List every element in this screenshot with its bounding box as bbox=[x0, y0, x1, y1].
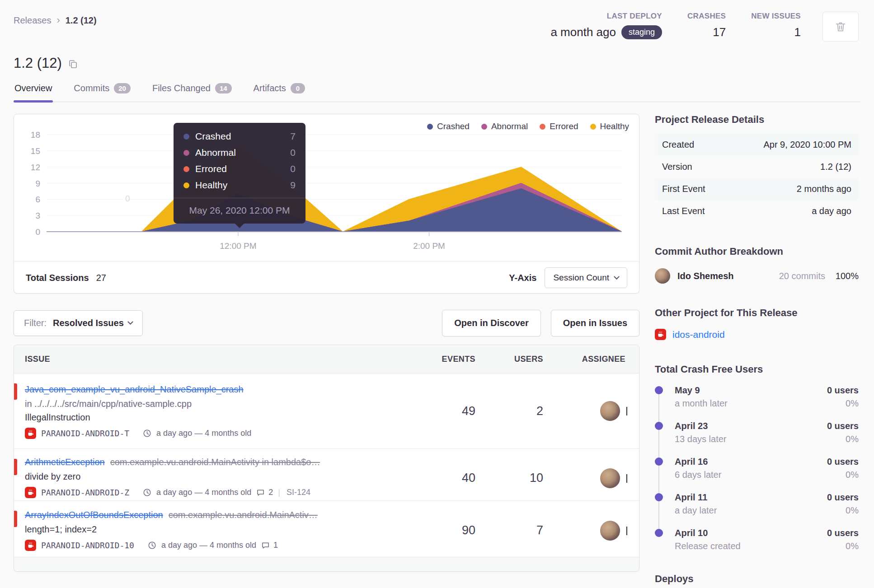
issue-events-count: 40 bbox=[427, 471, 485, 485]
last-deploy-label: LAST DEPLOY bbox=[550, 12, 662, 21]
timeline-dot-icon bbox=[655, 529, 663, 537]
tab-files-changed[interactable]: Files Changed14 bbox=[151, 83, 233, 102]
other-project-row: idos-android bbox=[655, 329, 859, 340]
assignee-avatar[interactable] bbox=[600, 401, 620, 421]
open-in-issues-button[interactable]: Open in Issues bbox=[551, 310, 639, 336]
clock-icon bbox=[148, 541, 156, 550]
author-avatar bbox=[655, 268, 670, 284]
deploys-heading: Deploys bbox=[655, 573, 859, 585]
breadcrumb-releases[interactable]: Releases bbox=[14, 15, 51, 26]
y-axis-select[interactable]: Session Count bbox=[545, 267, 627, 288]
issue-row[interactable]: ArrayIndexOutOfBoundsException com.examp… bbox=[14, 501, 639, 557]
sessions-chart[interactable]: Crashed Abnormal Errored Healthy 0 03691… bbox=[14, 114, 639, 261]
column-issue: ISSUE bbox=[14, 355, 427, 364]
assignee-dropdown[interactable] bbox=[626, 474, 627, 482]
issue-age: a day ago — 4 months old bbox=[156, 429, 251, 438]
release-sidebar: Project Release Details CreatedApr 9, 20… bbox=[655, 114, 859, 585]
clock-icon bbox=[143, 488, 151, 497]
crashes-label: CRASHES bbox=[687, 12, 726, 21]
assignee-avatar[interactable] bbox=[600, 468, 620, 488]
clock-icon bbox=[143, 429, 151, 438]
crashed-dot-icon bbox=[183, 134, 189, 140]
legend-abnormal[interactable]: Abnormal bbox=[481, 121, 528, 131]
issue-title-link[interactable]: ArrayIndexOutOfBoundsException bbox=[25, 510, 163, 520]
issues-table-header: ISSUE EVENTS USERS ASSIGNEE bbox=[14, 345, 639, 373]
author-commit-count: 20 commits bbox=[779, 271, 825, 281]
issues-table: ISSUE EVENTS USERS ASSIGNEE Java_com_exa… bbox=[14, 345, 639, 572]
issue-users-count: 7 bbox=[485, 523, 553, 537]
issue-row[interactable]: ArithmeticException com.example.vu.andro… bbox=[14, 449, 639, 501]
comment-icon bbox=[261, 541, 270, 550]
svg-text:6: 6 bbox=[35, 195, 40, 204]
page-title: 1.2 (12) bbox=[14, 55, 62, 71]
unhandled-indicator bbox=[14, 459, 17, 475]
top-header: Releases › 1.2 (12) LAST DEPLOY a month … bbox=[0, 0, 874, 42]
java-project-icon bbox=[25, 428, 36, 439]
detail-row-first-event: First Event2 months ago bbox=[655, 178, 859, 200]
tooltip-row-crashed: Crashed7 bbox=[174, 128, 305, 145]
new-issues-value: 1 bbox=[751, 25, 801, 39]
total-sessions-value: 27 bbox=[96, 273, 106, 283]
unhandled-indicator bbox=[14, 511, 17, 527]
legend-errored[interactable]: Errored bbox=[540, 121, 578, 131]
tab-artifacts[interactable]: Artifacts0 bbox=[253, 83, 306, 102]
issue-location: in ../../../../src/main/cpp/native-sampl… bbox=[25, 399, 422, 409]
issues-filter-dropdown[interactable]: Filter: Resolved Issues bbox=[14, 310, 143, 336]
svg-text:12:00 PM: 12:00 PM bbox=[220, 241, 256, 251]
issue-title-link[interactable]: Java_com_example_vu_android_NativeSample… bbox=[25, 384, 244, 395]
tooltip-row-abnormal: Abnormal0 bbox=[174, 145, 305, 161]
assignee-avatar[interactable] bbox=[600, 521, 620, 541]
errored-dot-icon bbox=[540, 124, 545, 130]
timeline-dot-icon bbox=[655, 422, 663, 430]
tab-overview[interactable]: Overview bbox=[14, 83, 53, 102]
copy-version-button[interactable] bbox=[68, 57, 78, 69]
timeline-entry: April 10 Release created 0 users0% bbox=[655, 528, 859, 557]
detail-row-last-event: Last Eventa day ago bbox=[655, 200, 859, 222]
issue-message: length=1; index=2 bbox=[25, 524, 422, 535]
delete-release-button[interactable] bbox=[822, 12, 859, 42]
svg-text:0: 0 bbox=[35, 227, 40, 237]
healthy-dot-icon bbox=[183, 182, 189, 188]
sessions-area-chart[interactable]: 036912151812:00 PM2:00 PM bbox=[14, 114, 639, 261]
stat-crashes: CRASHES 17 bbox=[687, 12, 726, 39]
issue-events-count: 90 bbox=[427, 523, 485, 537]
environment-badge[interactable]: staging bbox=[621, 25, 662, 39]
svg-text:18: 18 bbox=[31, 130, 40, 140]
chart-footer: Total Sessions 27 Y-Axis Session Count bbox=[14, 261, 639, 294]
tooltip-date: May 26, 2020 12:00 PM bbox=[174, 198, 305, 224]
svg-text:15: 15 bbox=[31, 146, 40, 156]
issue-short-id: PARANOID-ANDROID-10 bbox=[41, 541, 134, 550]
chevron-down-icon bbox=[127, 319, 133, 325]
sessions-chart-card: Crashed Abnormal Errored Healthy 0 03691… bbox=[14, 114, 639, 294]
crashes-value: 17 bbox=[687, 25, 726, 39]
unhandled-indicator bbox=[14, 383, 17, 400]
legend-healthy[interactable]: Healthy bbox=[590, 121, 629, 131]
column-assignee: ASSIGNEE bbox=[553, 355, 639, 364]
y-axis-label: Y-Axis bbox=[509, 273, 536, 283]
issue-message: divide by zero bbox=[25, 471, 422, 482]
stat-last-deploy: LAST DEPLOY a month ago staging bbox=[550, 12, 662, 39]
chart-tooltip: Crashed7 Abnormal0 Errored0 Healthy9 May… bbox=[174, 123, 305, 224]
issue-culprit: com.example.vu.android.MainActivity in l… bbox=[110, 457, 320, 467]
assignee-dropdown[interactable] bbox=[626, 407, 627, 415]
author-name: Ido Shemesh bbox=[677, 271, 733, 281]
timeline-dot-icon bbox=[655, 386, 663, 394]
issue-title-link[interactable]: ArithmeticException bbox=[25, 457, 105, 467]
timeline-entry: April 11 a day later 0 users0% bbox=[655, 492, 859, 521]
chart-legend: Crashed Abnormal Errored Healthy bbox=[427, 121, 629, 131]
trash-icon bbox=[834, 20, 847, 33]
tab-commits[interactable]: Commits20 bbox=[73, 83, 132, 102]
timeline-entry: May 9 a month later 0 users0% bbox=[655, 385, 859, 414]
issue-row[interactable]: Java_com_example_vu_android_NativeSample… bbox=[14, 373, 639, 449]
crash-free-heading: Total Crash Free Users bbox=[655, 364, 859, 375]
open-in-discover-button[interactable]: Open in Discover bbox=[442, 310, 541, 336]
comment-icon bbox=[256, 488, 265, 497]
legend-crashed[interactable]: Crashed bbox=[427, 121, 470, 131]
chevron-right-icon: › bbox=[56, 14, 60, 26]
detail-row-version: Version1.2 (12) bbox=[655, 156, 859, 178]
breadcrumb-current: 1.2 (12) bbox=[66, 15, 97, 26]
other-project-link[interactable]: idos-android bbox=[672, 329, 725, 340]
issue-events-count: 49 bbox=[427, 404, 485, 418]
copy-icon bbox=[68, 59, 78, 69]
assignee-dropdown[interactable] bbox=[626, 527, 627, 535]
